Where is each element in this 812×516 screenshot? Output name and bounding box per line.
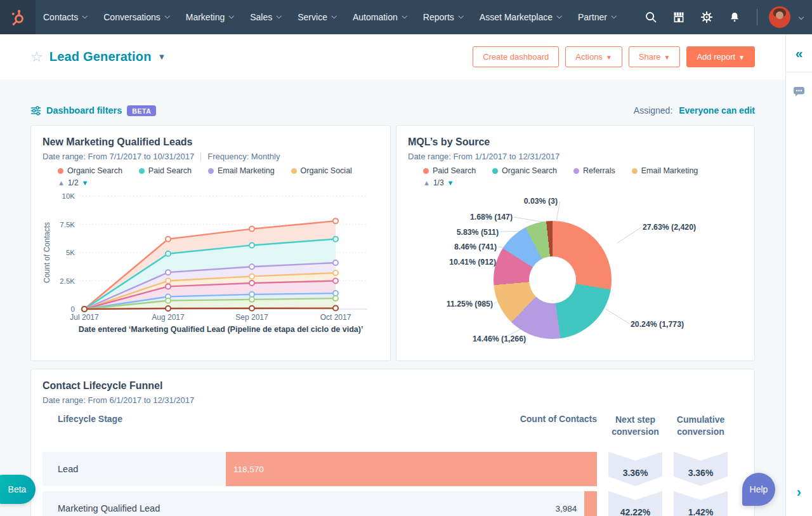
- svg-text:0: 0: [71, 305, 75, 313]
- comments-button[interactable]: [786, 86, 812, 97]
- legend-item[interactable]: Organic Social: [291, 166, 352, 175]
- nav-utilities: [640, 6, 812, 28]
- nav-item-partner[interactable]: Partner: [578, 12, 615, 22]
- data-point[interactable]: [333, 279, 338, 284]
- subtitle-divider: [200, 152, 201, 161]
- chevron-down-icon: [402, 13, 407, 18]
- pager-up-icon[interactable]: ▲: [423, 179, 430, 187]
- column-header-cumulative: Cumulative conversion: [674, 414, 728, 438]
- legend-item[interactable]: Organic Search: [492, 166, 557, 175]
- nav-item-asset-marketplace[interactable]: Asset Marketplace: [480, 12, 561, 22]
- chevron-down-icon: [164, 13, 169, 18]
- data-point[interactable]: [82, 307, 87, 312]
- legend-pager: ▲ 1/3 ▼: [423, 178, 743, 187]
- dashboard-filters-button[interactable]: Dashboard filters BETA: [30, 105, 156, 116]
- nav-item-sales[interactable]: Sales: [250, 12, 280, 22]
- create-dashboard-button[interactable]: Create dashboard: [473, 46, 559, 67]
- collapse-panel-button[interactable]: «: [786, 34, 812, 72]
- data-point[interactable]: [166, 284, 171, 289]
- button-label: Share: [639, 52, 661, 62]
- data-point[interactable]: [333, 291, 338, 296]
- chevron-down-icon[interactable]: ▼: [158, 52, 166, 62]
- svg-text:2.5K: 2.5K: [60, 277, 75, 285]
- data-point[interactable]: [249, 306, 254, 311]
- data-point[interactable]: [333, 270, 338, 275]
- settings-icon[interactable]: [696, 6, 717, 28]
- chevron-down-icon: [611, 13, 616, 18]
- hubspot-logo[interactable]: [0, 0, 36, 34]
- help-button[interactable]: Help: [742, 473, 775, 506]
- report-title[interactable]: New Marketing Qualified Leads: [43, 136, 379, 148]
- chevron-down-icon: [556, 13, 561, 18]
- data-point[interactable]: [166, 237, 171, 242]
- legend-item[interactable]: Referrals: [573, 166, 615, 175]
- legend-swatch-icon: [58, 168, 63, 174]
- data-point[interactable]: [249, 264, 254, 269]
- favorite-star-icon[interactable]: ☆: [30, 50, 43, 64]
- data-point[interactable]: [333, 260, 338, 265]
- pie-slice-label: 5.83% (511): [457, 228, 499, 237]
- legend-item[interactable]: Email Marketing: [208, 166, 275, 175]
- data-point[interactable]: [249, 227, 254, 232]
- hubspot-sprocket-icon: [10, 9, 27, 26]
- actions-button[interactable]: Actions▼: [565, 46, 622, 67]
- funnel-bar[interactable]: [584, 491, 597, 516]
- data-point[interactable]: [333, 237, 338, 242]
- nav-item-service[interactable]: Service: [298, 12, 336, 22]
- assigned-value-link[interactable]: Everyone can edit: [679, 105, 755, 116]
- legend-item[interactable]: Paid Search: [139, 166, 192, 175]
- donut-chart: 27.63% (2,420)20.24% (1,773)14.46% (1,26…: [408, 191, 744, 359]
- nav-item-label: Conversations: [103, 12, 160, 22]
- notifications-icon[interactable]: [724, 6, 745, 28]
- beta-pill-button[interactable]: Beta: [0, 475, 36, 504]
- data-point[interactable]: [249, 297, 254, 302]
- marketplace-icon[interactable]: [668, 6, 690, 28]
- nav-item-contacts[interactable]: Contacts: [43, 12, 86, 22]
- chevron-down-icon[interactable]: [799, 15, 804, 20]
- y-axis-title: Count of Contacts: [43, 192, 51, 313]
- nav-item-marketing[interactable]: Marketing: [186, 12, 233, 22]
- expand-panel-button[interactable]: ›: [786, 486, 812, 499]
- data-point[interactable]: [249, 281, 254, 286]
- data-point[interactable]: [166, 279, 171, 284]
- legend-item[interactable]: Paid Search: [423, 166, 476, 175]
- area-chart-plot[interactable]: 02.5K5K7.5K10KJul 2017Aug 2017Sep 2017Oc…: [51, 189, 369, 323]
- report-title[interactable]: Contact Lifecycle Funnel: [43, 380, 743, 392]
- add-report-button[interactable]: Add report▼: [686, 46, 755, 67]
- legend-label: Referrals: [583, 166, 615, 175]
- data-point[interactable]: [249, 274, 254, 279]
- data-point[interactable]: [166, 298, 171, 303]
- nav-item-automation[interactable]: Automation: [353, 12, 406, 22]
- pager-down-icon[interactable]: ▼: [447, 179, 454, 187]
- nav-item-conversations[interactable]: Conversations: [103, 12, 169, 22]
- button-label: Create dashboard: [483, 52, 549, 62]
- nav-menu: ContactsConversationsMarketingSalesServi…: [43, 12, 615, 22]
- data-point[interactable]: [166, 270, 171, 275]
- report-title[interactable]: MQL’s by Source: [408, 136, 743, 148]
- data-point[interactable]: [166, 251, 171, 256]
- share-button[interactable]: Share▼: [629, 46, 681, 67]
- data-point[interactable]: [249, 242, 254, 248]
- data-point[interactable]: [166, 306, 171, 311]
- pager-page: 1/2: [68, 178, 79, 187]
- legend-pager: ▲ 1/2 ▼: [58, 178, 379, 187]
- page-title[interactable]: Lead Generation: [49, 50, 152, 64]
- data-point[interactable]: [333, 218, 338, 223]
- column-header-lifecycle-stage: Lifecycle Stage: [58, 414, 122, 424]
- nav-item-reports[interactable]: Reports: [423, 12, 462, 22]
- legend-label: Organic Social: [301, 166, 352, 175]
- legend-swatch-icon: [291, 168, 297, 174]
- legend-item[interactable]: Organic Search: [58, 166, 122, 175]
- data-point[interactable]: [333, 306, 338, 311]
- legend-item[interactable]: Email Marketing: [632, 166, 698, 175]
- pager-up-icon[interactable]: ▲: [58, 179, 65, 187]
- svg-text:7.5K: 7.5K: [60, 221, 75, 228]
- data-point[interactable]: [249, 292, 254, 297]
- search-icon[interactable]: [640, 6, 662, 28]
- pager-down-icon[interactable]: ▼: [82, 179, 89, 187]
- donut-ring[interactable]: [494, 221, 612, 339]
- funnel-header-row: Lifecycle Stage Count of Contacts Next s…: [43, 414, 743, 438]
- funnel-bar[interactable]: [226, 452, 597, 486]
- data-point[interactable]: [333, 296, 338, 301]
- avatar[interactable]: [769, 6, 790, 28]
